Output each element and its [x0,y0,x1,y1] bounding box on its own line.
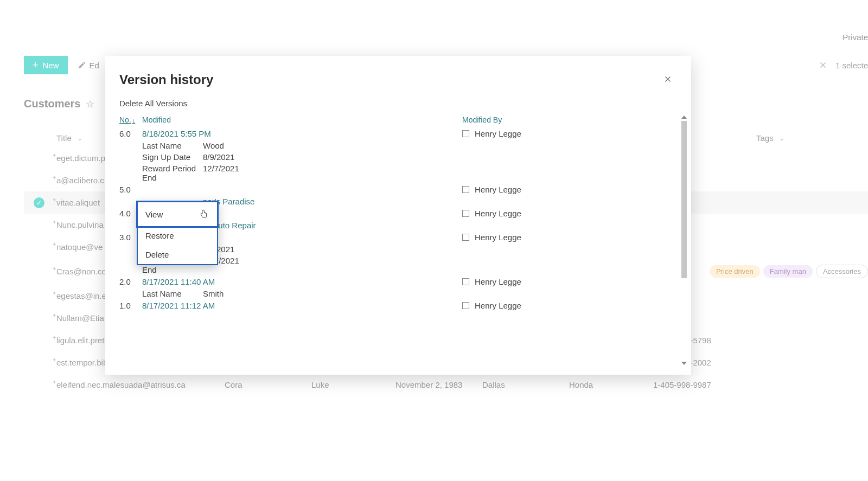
version-row: 5.0Henry Legge [119,183,677,196]
version-modified-by: Henry Legge [462,185,677,194]
detail-label: Reward Period End [142,164,203,182]
version-date-link[interactable]: 8/17/2021 11:12 AM [142,301,215,310]
detail-label: Last Name [142,289,203,298]
presence-icon [462,234,469,241]
version-modified-by: Henry Legge [462,301,677,310]
version-detail: Last NameWood [119,140,677,151]
detail-value: Wood [203,141,224,150]
version-modified-by: Henry Legge [462,277,677,286]
version-modified-by: Henry Legge [462,209,677,218]
presence-icon [462,130,469,137]
scroll-thumb[interactable] [681,121,687,278]
col-modified-by[interactable]: Modified By [462,116,677,124]
version-modified-by: Henry Legge [462,233,677,242]
context-view[interactable]: View [136,201,219,228]
presence-icon [462,210,469,217]
version-row: 2.08/17/2021 11:40 AMHenry Legge [119,275,677,288]
version-number: 6.0 [119,129,142,138]
version-date: 8/17/2021 11:40 AM [142,277,462,286]
dialog-title: Version history [119,72,213,87]
presence-icon [462,186,469,193]
version-date: 8/17/2021 11:12 AM [142,301,462,310]
version-number: 2.0 [119,277,142,286]
context-delete[interactable]: Delete [138,245,217,264]
version-detail: Last NameSmith [119,288,677,299]
version-context-menu: View Restore Delete [137,201,218,265]
detail-value: 12/7/2021 [203,164,239,182]
presence-icon [462,278,469,285]
version-row: 1.08/17/2021 11:12 AMHenry Legge [119,299,677,312]
presence-icon [462,302,469,309]
version-detail: Reward Period End12/7/2021 [119,163,677,183]
detail-label: Sign Up Date [142,152,203,162]
delete-all-versions-link[interactable]: Delete All Versions [105,94,691,116]
col-modified[interactable]: Modified [142,116,462,124]
close-icon [663,74,673,84]
version-date: 8/18/2021 5:55 PM [142,129,462,138]
detail-label: Last Name [142,141,203,150]
context-restore[interactable]: Restore [138,226,217,245]
version-row: 6.08/18/2021 5:55 PMHenry Legge [119,127,677,140]
version-number: 5.0 [119,185,142,194]
scrollbar[interactable] [680,116,688,365]
scroll-down-icon[interactable] [681,362,687,365]
scroll-up-icon[interactable] [681,116,687,119]
col-no[interactable]: No.↓ [119,116,142,124]
version-modified-by: Henry Legge [462,129,677,138]
vh-header: No.↓ Modified Modified By [119,116,677,127]
pointer-cursor-icon [197,207,209,221]
version-detail: Sign Up Date8/9/2021 [119,151,677,163]
version-date-link[interactable]: 8/17/2021 11:40 AM [142,277,215,286]
version-number: 1.0 [119,301,142,310]
close-dialog-button[interactable] [661,72,675,89]
version-date-link[interactable]: 8/18/2021 5:55 PM [142,129,211,138]
sort-desc-icon: ↓ [132,117,136,124]
version-history-dialog: Version history Delete All Versions No.↓… [105,56,691,375]
detail-value: Smith [203,289,224,298]
detail-value: 8/9/2021 [203,152,234,162]
